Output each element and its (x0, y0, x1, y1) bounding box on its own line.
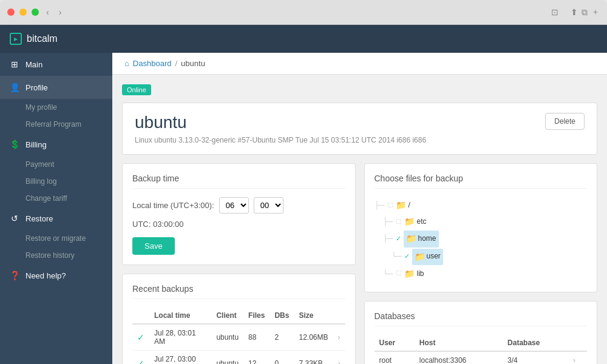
main-icon: ⊞ (10, 59, 19, 69)
sidebar-item-restore[interactable]: ↺ Restore (0, 207, 112, 230)
table-row: ✓ Jul 28, 03:01 AM ubuntu 88 2 12.06MB › (132, 324, 345, 351)
sidebar-item-restore-history[interactable]: Restore history (0, 247, 112, 264)
app-wrapper: bitcalm ⊞ Main 👤 Profile My profile Refe… (0, 25, 607, 364)
sidebar-item-help[interactable]: ❓ Need help? (0, 264, 112, 287)
forward-button[interactable]: › (56, 6, 64, 18)
row-client: ubuntu (211, 351, 243, 365)
recent-backups-card: Recent backups Local time Client Files D… (122, 274, 356, 364)
file-tree-title: Choose files for backup (375, 174, 588, 189)
row-arrow[interactable]: › (333, 324, 345, 351)
db-row-database: 3/4 (503, 351, 568, 364)
minimize-button[interactable] (19, 8, 27, 16)
logo-icon (10, 33, 22, 45)
row-local-time: Jul 27, 03:00 AM (149, 351, 211, 365)
col-files: Files (243, 308, 270, 324)
sidebar-profile-label: Profile (25, 83, 48, 92)
row-size: 7.33KB (294, 351, 333, 365)
row-dbs: 0 (270, 351, 294, 365)
server-info-text: Linux ubuntu 3.13.0-32-generic #57-Ubunt… (135, 136, 426, 144)
sidebar: ⊞ Main 👤 Profile My profile Referral Pro… (0, 53, 112, 364)
utc-time: 03:00:00 (153, 220, 184, 229)
sidebar-item-billing-log[interactable]: Billing log (0, 173, 112, 190)
checkbox-etc[interactable]: ☐ (396, 216, 402, 228)
sidebar-item-payment[interactable]: Payment (0, 156, 112, 173)
profile-icon: 👤 (10, 83, 19, 92)
user-selected-row: 📁 user (412, 249, 443, 265)
main-layout: ⊞ Main 👤 Profile My profile Referral Pro… (0, 53, 607, 364)
db-row-user: root (375, 351, 415, 364)
breadcrumb-separator: / (175, 59, 177, 68)
checkbox-user[interactable]: ✓ (404, 251, 410, 263)
col-action (333, 308, 345, 324)
checkbox-root[interactable]: ☐ (387, 200, 393, 212)
col-local-time: Local time (149, 308, 211, 324)
folder-icon-user: 📁 (415, 249, 425, 265)
hour-select[interactable]: 06 (219, 197, 249, 214)
backup-time-form: Local time (UTC+3:00): 06 00 (132, 197, 345, 214)
save-button[interactable]: Save (132, 237, 175, 255)
breadcrumb-home-link[interactable]: Dashboard (133, 59, 172, 68)
copy-button[interactable]: ⧉ (582, 7, 588, 18)
status-badge: Online (122, 84, 151, 95)
db-row-arrow[interactable]: › (568, 351, 587, 364)
sidebar-item-change-tariff[interactable]: Change tariff (0, 190, 112, 207)
breadcrumb-current: ubuntu (181, 59, 205, 68)
row-status: ✓ (132, 324, 149, 351)
add-tab-button[interactable]: ＋ (591, 7, 600, 18)
tree-node-root: ├─ ☐ 📁 / (375, 197, 588, 214)
server-card: ubuntu Linux ubuntu 3.13.0-32-generic #5… (122, 103, 597, 155)
db-row-host: localhost:3306 (415, 351, 503, 364)
databases-title: Databases (375, 311, 588, 326)
sidebar-item-profile[interactable]: 👤 Profile (0, 76, 112, 99)
page-content: Online ubuntu Linux ubuntu 3.13.0-32-gen… (112, 75, 607, 364)
sidebar-billing-label: Billing (25, 140, 47, 149)
sidebar-item-referral[interactable]: Referral Program (0, 116, 112, 133)
db-col-database: Database (503, 335, 568, 351)
sidebar-item-billing[interactable]: 💲 Billing (0, 133, 112, 156)
row-local-time: Jul 28, 03:01 AM (149, 324, 211, 351)
checkbox-lib[interactable]: ☐ (396, 268, 402, 280)
maximize-button[interactable] (32, 8, 39, 16)
close-button[interactable] (7, 8, 15, 16)
tree-node-user: └─ ✓ 📁 user (392, 248, 588, 266)
col-size: Size (294, 308, 333, 324)
tree-label-root: / (409, 199, 410, 212)
db-table-row: root localhost:3306 3/4 › (375, 351, 588, 364)
layout-button[interactable]: ⊡ (549, 6, 561, 18)
folder-icon-etc: 📁 (404, 214, 415, 229)
sidebar-item-my-profile[interactable]: My profile (0, 99, 112, 116)
top-nav: bitcalm (0, 25, 607, 53)
billing-icon: 💲 (10, 140, 19, 149)
tree-line-user: └─ (392, 250, 402, 263)
backup-time-title: Backup time (132, 174, 345, 189)
tree-line-root: ├─ (375, 199, 385, 212)
folder-icon-lib: 📁 (404, 266, 415, 281)
checkbox-home[interactable]: ✓ (396, 233, 401, 245)
logo-text: bitcalm (27, 33, 58, 44)
sidebar-item-restore-migrate[interactable]: Restore or migrate (0, 230, 112, 247)
tree-label-home: home (418, 232, 436, 246)
delete-button[interactable]: Delete (545, 113, 585, 130)
logo: bitcalm (10, 33, 58, 45)
file-tree: ├─ ☐ 📁 / ├─ ☐ 📁 etc (375, 197, 588, 282)
row-status: ✓ (132, 351, 149, 365)
row-arrow[interactable]: › (333, 351, 345, 365)
db-col-action (568, 335, 587, 351)
back-button[interactable]: ‹ (44, 6, 52, 18)
col-status (132, 308, 149, 324)
backup-time-card: Backup time Local time (UTC+3:00): 06 00 (122, 163, 356, 265)
minute-select[interactable]: 00 (254, 197, 283, 214)
databases-card: Databases User Host Database (364, 301, 598, 364)
share-button[interactable]: ⬆ (571, 7, 578, 18)
breadcrumb: ⌂ Dashboard / ubuntu (112, 53, 607, 75)
tree-label-lib: lib (417, 268, 424, 281)
sidebar-item-main[interactable]: ⊞ Main (0, 53, 112, 76)
tree-label-etc: etc (417, 215, 427, 229)
db-col-host: Host (415, 335, 503, 351)
tree-line-home: ├─ (383, 232, 393, 246)
recent-backups-title: Recent backups (132, 284, 345, 299)
backup-table: Local time Client Files DBs Size ✓ Jul (132, 308, 345, 364)
folder-icon-root: 📁 (396, 198, 406, 213)
breadcrumb-home-icon[interactable]: ⌂ (124, 59, 129, 68)
file-tree-card: Choose files for backup ├─ ☐ 📁 / (364, 163, 598, 292)
